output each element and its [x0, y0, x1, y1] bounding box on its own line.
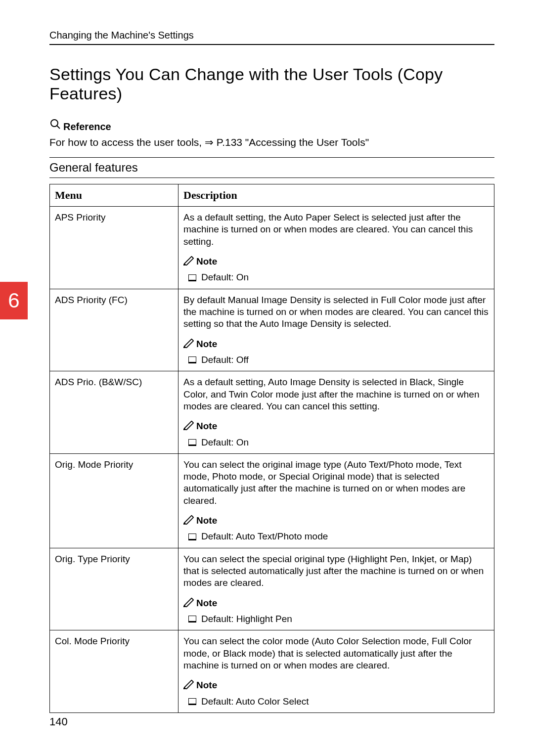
- default-line: Default: On: [183, 271, 490, 283]
- desc-cell: By default Manual Image Density is selec…: [178, 289, 494, 371]
- menu-text: Orig. Mode Priority: [55, 459, 133, 470]
- note-icon: [183, 255, 194, 268]
- default-text: Default: On: [201, 437, 249, 448]
- default-text: Default: Highlight Pen: [201, 613, 292, 625]
- default-line: Default: On: [183, 437, 490, 448]
- reference-body: For how to access the user tools, ⇒ P.13…: [49, 136, 494, 148]
- svg-point-0: [51, 120, 58, 127]
- desc-text: You can select the special original type…: [183, 553, 490, 589]
- features-table: Menu Description APS Priority As a defau…: [49, 184, 494, 713]
- running-head: Changing the Machine's Settings: [49, 30, 494, 41]
- page-number: 140: [49, 715, 68, 728]
- note-label: Note: [196, 256, 217, 267]
- table-row: ADS Priority (FC) By default Manual Imag…: [50, 289, 494, 371]
- note-heading: Note: [183, 596, 490, 610]
- desc-text: By default Manual Image Density is selec…: [183, 294, 490, 330]
- note-icon: [183, 337, 194, 351]
- note-label: Note: [196, 597, 217, 609]
- table-row: Orig. Type Priority You can select the s…: [50, 548, 494, 630]
- bullet-icon: [188, 616, 196, 623]
- header-rule: [49, 44, 494, 45]
- note-label: Note: [196, 679, 217, 691]
- section-rule-bottom: [49, 178, 494, 178]
- note-heading: Note: [183, 678, 490, 692]
- default-line: Default: Highlight Pen: [183, 613, 490, 625]
- desc-text: You can select the color mode (Auto Colo…: [183, 635, 490, 671]
- table-row: Orig. Mode Priority You can select the o…: [50, 453, 494, 548]
- menu-cell: Col. Mode Priority: [50, 630, 178, 713]
- note-icon: [183, 514, 194, 528]
- desc-text: As a default setting, Auto Image Density…: [183, 376, 490, 412]
- menu-cell: ADS Prio. (B&W/SC): [50, 371, 178, 454]
- desc-text: You can select the original image type (…: [183, 459, 490, 507]
- svg-line-1: [57, 126, 60, 129]
- default-text: Default: Auto Color Select: [201, 696, 309, 708]
- arrow-icon: ⇒: [205, 136, 214, 148]
- reference-body-mid: P.133: [217, 136, 245, 148]
- note-label: Note: [196, 420, 217, 432]
- default-line: Default: Off: [183, 354, 490, 366]
- reference-body-pre: For how to access the user tools,: [49, 136, 205, 148]
- reference-label-text: Reference: [63, 121, 111, 133]
- bullet-icon: [188, 698, 196, 705]
- reference-block: Reference For how to access the user too…: [49, 118, 494, 148]
- default-text: Default: Auto Text/Photo mode: [201, 531, 328, 542]
- note-heading: Note: [183, 255, 490, 268]
- note-icon: [183, 596, 194, 610]
- page: Changing the Machine's Settings Settings…: [0, 0, 534, 756]
- default-line: Default: Auto Color Select: [183, 696, 490, 708]
- default-line: Default: Auto Text/Photo mode: [183, 531, 490, 542]
- note-heading: Note: [183, 419, 490, 433]
- page-title: Settings You Can Change with the User To…: [49, 65, 494, 103]
- table-row: ADS Prio. (B&W/SC) As a default setting,…: [50, 371, 494, 454]
- menu-text: Orig. Type Priority: [55, 554, 130, 564]
- bullet-icon: [188, 439, 196, 446]
- quote-close: ": [365, 136, 369, 148]
- menu-text: ADS Prio. (B&W/SC): [55, 377, 142, 387]
- reference-link: Accessing the User Tools: [249, 136, 365, 148]
- menu-text: ADS Priority (FC): [55, 295, 128, 305]
- bullet-icon: [188, 534, 196, 540]
- bullet-icon: [188, 356, 196, 363]
- menu-cell: ADS Priority (FC): [50, 289, 178, 371]
- desc-cell: You can select the color mode (Auto Colo…: [178, 630, 494, 713]
- table-row: Col. Mode Priority You can select the co…: [50, 630, 494, 713]
- menu-text: Col. Mode Priority: [55, 636, 130, 646]
- desc-cell: As a default setting, the Auto Paper Sel…: [178, 207, 494, 289]
- table-header-row: Menu Description: [50, 184, 494, 207]
- default-text: Default: On: [201, 271, 249, 283]
- desc-text: As a default setting, the Auto Paper Sel…: [183, 212, 490, 248]
- note-icon: [183, 419, 194, 433]
- col-header-desc: Description: [178, 184, 494, 207]
- note-heading: Note: [183, 337, 490, 351]
- desc-cell: You can select the special original type…: [178, 548, 494, 630]
- reference-label: Reference: [49, 118, 494, 133]
- default-text: Default: Off: [201, 354, 249, 366]
- note-heading: Note: [183, 514, 490, 528]
- desc-cell: You can select the original image type (…: [178, 453, 494, 548]
- section-title: General features: [49, 160, 494, 176]
- menu-cell: Orig. Mode Priority: [50, 453, 178, 548]
- desc-cell: As a default setting, Auto Image Density…: [178, 371, 494, 454]
- menu-cell: Orig. Type Priority: [50, 548, 178, 630]
- table-row: APS Priority As a default setting, the A…: [50, 207, 494, 289]
- note-icon: [183, 678, 194, 692]
- col-header-menu: Menu: [50, 184, 178, 207]
- note-label: Note: [196, 338, 217, 350]
- section-rule-top: [49, 157, 494, 158]
- reference-icon: [49, 118, 61, 133]
- menu-text: APS Priority: [55, 212, 105, 222]
- menu-cell: APS Priority: [50, 207, 178, 289]
- note-label: Note: [196, 515, 217, 527]
- chapter-tab: 6: [0, 282, 28, 319]
- bullet-icon: [188, 274, 196, 281]
